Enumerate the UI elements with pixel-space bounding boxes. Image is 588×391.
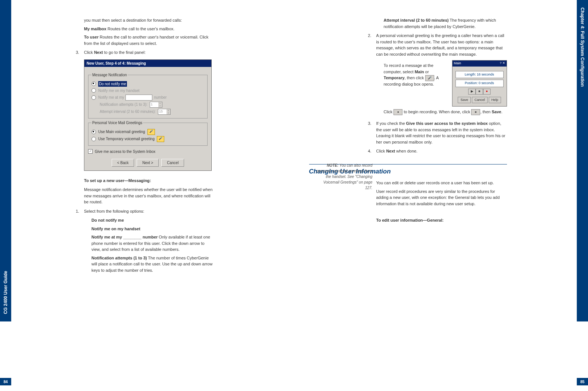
radio-notify-number[interactable]: Notify me at mynumber <box>91 95 204 101</box>
step-2-greeting: 2. A personal voicemail greeting is the … <box>368 33 507 57</box>
stop-button-icon: ■ <box>471 109 480 115</box>
rec-position: Position: 0 seconds <box>455 80 504 87</box>
radio-notify-handset[interactable]: Notify me on my handset <box>91 88 204 93</box>
heading-edit-user-general: To edit user information—General: <box>376 217 507 224</box>
para-my-mailbox: My mailbox Routes the call to the user's… <box>84 26 215 32</box>
record-main-icon[interactable]: 🎤 <box>147 129 155 135</box>
step-3-click-next: 3. Click Next to go to the final panel: <box>76 49 215 56</box>
recording-dialog-title: Main? ✕ <box>452 61 507 67</box>
opt-dont-notify: Do not notify me <box>91 217 215 224</box>
record-button-icon: ● <box>393 109 402 115</box>
button-next[interactable]: Next > <box>137 159 159 167</box>
field-notif-attempts: Notification attempts (1 to 3):1▲▼ <box>100 102 204 108</box>
recording-dialog: Main? ✕ Length: 16 seconds Position: 0 s… <box>452 60 507 107</box>
radio-main-greeting[interactable]: Use Main voicemail greeting🎤 <box>91 129 204 135</box>
mic-icon: 🎤 <box>425 75 434 81</box>
heading-setup-user-messaging: To set up a new user—Messaging: <box>84 178 215 184</box>
para-forward-intro: you must then select a destination for f… <box>84 17 215 24</box>
opt-attempt-interval: Attempt interval (2 to 60 minutes) The f… <box>384 17 507 30</box>
rec-length: Length: 16 seconds <box>455 71 504 78</box>
para-edit-delete: You can edit or delete user records once… <box>376 180 507 186</box>
play-icon[interactable]: ▶ <box>468 89 476 95</box>
opt-notify-handset: Notify me on my handset <box>91 226 215 232</box>
dialog-new-user-messaging: New User, Step 4 of 4: Messaging Message… <box>84 59 212 171</box>
page-number-left: 84 <box>0 378 11 385</box>
dialog-title: New User, Step 4 of 4: Messaging <box>84 60 211 67</box>
opt-notify-number: Notify me at my ________ number Only ava… <box>91 234 215 253</box>
stop-icon[interactable]: ■ <box>476 89 483 95</box>
button-cancel[interactable]: Cancel <box>161 159 184 167</box>
spinner-attempts[interactable]: 1▲▼ <box>150 102 162 108</box>
rec-help-button[interactable]: Help <box>489 97 501 104</box>
page-number-right: 85 <box>577 378 588 385</box>
rec-save-button[interactable]: Save <box>458 97 471 104</box>
left-side-tab: CG 2400 User Guide <box>0 0 11 321</box>
right-side-tab: Chapter 4: Full System Configuration <box>577 0 588 321</box>
field-attempt-interval: Attempt interval (2 to 60 minutes):15▲▼ <box>100 109 204 115</box>
group-message-notification: Message Notification Do not notify me No… <box>88 72 208 118</box>
checkbox-system-inbox[interactable]: ✓Give me access to the System Inbox <box>88 149 208 154</box>
rec-cancel-button[interactable]: Cancel <box>472 97 488 104</box>
para-edit-similar: User record edit procedures are very sim… <box>376 188 507 207</box>
radio-temp-greeting[interactable]: Use Temporary voicemail greeting🎤 <box>91 136 204 142</box>
window-icons: ? ✕ <box>500 61 505 66</box>
spinner-interval[interactable]: 15▲▼ <box>158 109 171 115</box>
page-left: CG 2400 User Guide 84 you must then sele… <box>0 0 294 391</box>
page-right: Chapter 4: Full System Configuration 85 … <box>294 0 588 391</box>
step-3-system-inbox: 3. If you check the Give this user acces… <box>368 120 507 145</box>
para-record-click: Click ● to begin recording. When done, c… <box>384 109 507 115</box>
record-icon[interactable]: ● <box>483 89 491 95</box>
record-temp-icon[interactable]: 🎤 <box>157 136 164 142</box>
margin-note: NOTE: You can also record personal voice… <box>317 163 373 191</box>
para-to-user: To user Routes the call to another user'… <box>84 34 215 46</box>
group-voice-greetings: Personal Voice Mail Greetings Use Main v… <box>88 120 208 146</box>
number-dropdown[interactable] <box>125 95 152 101</box>
step-1-select-options: 1. Select from the following options: <box>76 208 215 215</box>
button-back[interactable]: < Back <box>112 159 134 167</box>
step-4-click-next: 4. Click Next when done. <box>368 148 507 154</box>
para-notif-intro: Message notification determines whether … <box>84 187 215 205</box>
radio-do-not-notify[interactable]: Do not notify me <box>91 81 204 87</box>
opt-notif-attempts: Notification attempts (1 to 3) The numbe… <box>91 255 215 274</box>
